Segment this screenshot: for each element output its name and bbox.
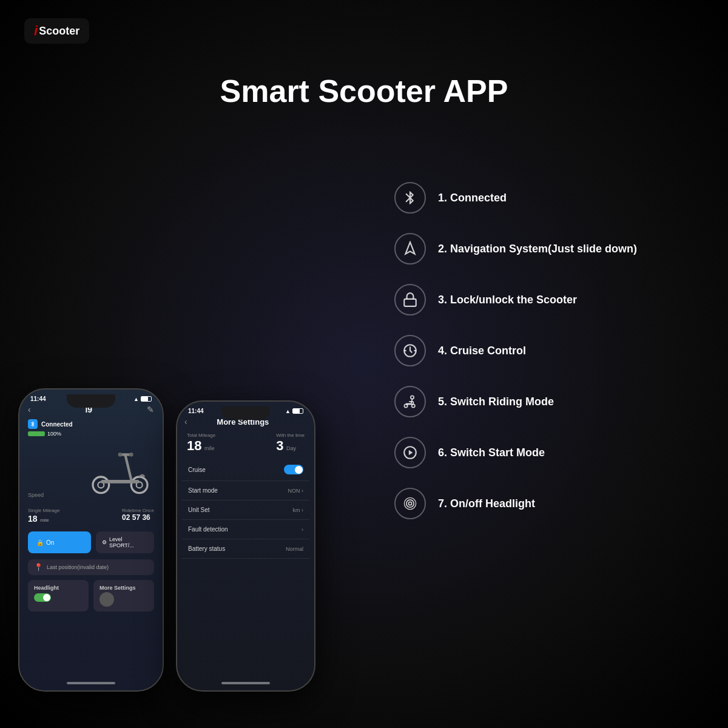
battery-row: 100% — [19, 430, 163, 437]
battery-label: Battery status — [188, 545, 225, 552]
time-mileage: With the time 3 Day — [276, 433, 305, 454]
navigation-icon — [394, 233, 426, 265]
settings-item-start-mode[interactable]: Start mode NON › — [182, 481, 309, 500]
headlight-toggle[interactable] — [34, 593, 51, 602]
feature-navigation-label: 2. Navigation System(Just slide down) — [438, 243, 637, 255]
feature-start-mode-label: 6. Switch Start Mode — [438, 447, 545, 459]
settings-item-fault[interactable]: Fault detection › — [182, 520, 309, 539]
svg-rect-4 — [101, 480, 139, 484]
mileage-number: 18 — [28, 514, 38, 524]
settings-header: ‹ More Settings — [177, 414, 314, 430]
stats-row: Single Mileage 18 mile Ridetime Once 02 … — [19, 504, 163, 528]
feature-navigation: 2. Navigation System(Just slide down) — [394, 233, 710, 265]
feature-lock: 3. Lock/unlock the Scooter — [394, 284, 710, 315]
lock-button[interactable]: 🔒 On — [28, 531, 91, 553]
svg-marker-23 — [409, 450, 413, 456]
bottom-buttons: Headlight More Settings — [19, 578, 163, 614]
headlight-label: Headlight — [34, 585, 83, 591]
bluetooth-badge — [28, 419, 38, 429]
svg-line-5 — [125, 454, 131, 480]
feature-start-mode: 6. Switch Start Mode — [394, 437, 710, 468]
action-buttons: 🔒 On ⚙ Level SPORT/... — [19, 528, 163, 557]
total-mileage-label: Total Mileage — [187, 433, 215, 438]
feature-riding: 5. Switch Riding Mode — [394, 386, 710, 417]
headlight-icon — [394, 488, 426, 519]
ride-value: 02 57 36 — [122, 513, 154, 522]
edit-icon-left[interactable]: ✎ — [147, 405, 154, 414]
svg-point-24 — [406, 500, 414, 507]
battery-value: Normal — [286, 546, 303, 552]
cruise-icon — [394, 335, 426, 366]
location-icon: 📍 — [34, 563, 43, 571]
feature-connected-label: 1. Connected — [438, 192, 507, 204]
phone-title-left: i9 — [31, 405, 147, 414]
feature-headlight: 7. On/off Headlight — [394, 488, 710, 519]
total-mileage-value: 18 — [187, 438, 201, 453]
svg-marker-9 — [405, 242, 414, 254]
back-icon-right[interactable]: ‹ — [184, 417, 187, 426]
svg-point-0 — [93, 477, 109, 493]
unit-value: km › — [293, 507, 304, 513]
lock-label: On — [46, 539, 54, 546]
start-mode-value: NON › — [288, 488, 304, 494]
total-mileage-unit: mile — [204, 445, 215, 451]
mileage-row: Total Mileage 18 mile With the time 3 Da… — [177, 430, 314, 459]
start-mode-label: Start mode — [188, 487, 218, 494]
battery-bar — [28, 431, 45, 436]
svg-point-14 — [411, 396, 414, 399]
mileage-stat: Single Mileage 18 mile — [28, 508, 59, 524]
days-value: 3 — [276, 438, 283, 453]
ride-label: Ridetime Once — [122, 508, 154, 513]
location-row: 📍 Last position(invalid date) — [28, 559, 154, 575]
feature-lock-label: 3. Lock/unlock the Scooter — [438, 294, 577, 306]
battery-percent: 100% — [47, 431, 61, 437]
cruise-toggle[interactable] — [284, 465, 303, 474]
svg-rect-10 — [404, 299, 416, 306]
status-bar-left: 11:44 ▲ — [19, 389, 163, 402]
status-icons-right: ▲ — [285, 408, 303, 414]
mode-button[interactable]: ⚙ Level SPORT/... — [96, 531, 154, 553]
scooter-icon — [90, 443, 150, 498]
phone-right: 11:44 ▲ ‹ More Settings Total Mileage 18 — [176, 400, 315, 692]
features-area: 1. Connected 2. Navigation System(Just s… — [394, 182, 710, 539]
mileage-value-display: 18 mile — [28, 513, 59, 524]
settings-item-unit[interactable]: Unit Set km › — [182, 500, 309, 520]
more-settings-button[interactable]: More Settings — [93, 580, 154, 612]
logo-text: Scooter — [39, 25, 79, 38]
connected-label: Connected — [41, 421, 73, 428]
time-right: 11:44 — [188, 408, 204, 414]
battery-fill — [29, 432, 44, 436]
lock-icon — [394, 284, 426, 315]
feature-riding-label: 5. Switch Riding Mode — [438, 396, 554, 408]
unit-label: Unit Set — [188, 507, 210, 513]
home-bar-left — [67, 682, 115, 684]
more-settings-label: More Settings — [99, 585, 148, 591]
time-left: 11:44 — [30, 396, 46, 402]
speed-label: Speed — [28, 492, 44, 498]
phones-container: 11:44 ▲ ‹ i9 ✎ — [18, 231, 382, 692]
feature-headlight-label: 7. On/off Headlight — [438, 497, 535, 510]
phone-right-screen: 11:44 ▲ ‹ More Settings Total Mileage 18 — [177, 402, 314, 690]
settings-item-battery[interactable]: Battery status Normal — [182, 539, 309, 559]
fault-value: › — [302, 527, 303, 533]
settings-item-cruise[interactable]: Cruise — [182, 459, 309, 481]
mileage-label: Single Mileage — [28, 508, 59, 513]
cruise-label: Cruise — [188, 467, 206, 473]
brand-logo: i Scooter — [24, 18, 89, 44]
status-bar-right: 11:44 ▲ — [177, 402, 314, 414]
with-time-label: With the time — [276, 433, 305, 438]
svg-point-7 — [118, 453, 123, 457]
connected-row: Connected — [19, 418, 163, 430]
mileage-unit: mile — [40, 517, 49, 523]
page-title: Smart Scooter APP — [0, 73, 728, 109]
riding-icon — [394, 386, 426, 417]
scooter-image-area: Speed — [19, 437, 163, 504]
fault-label: Fault detection — [188, 526, 228, 533]
headlight-button[interactable]: Headlight — [28, 580, 89, 612]
svg-point-25 — [408, 502, 411, 505]
feature-cruise-label: 4. Cruise Control — [438, 345, 526, 357]
phone-left-screen: 11:44 ▲ ‹ i9 ✎ — [19, 389, 163, 690]
svg-point-2 — [131, 477, 147, 493]
feature-cruise: 4. Cruise Control — [394, 335, 710, 366]
total-mileage: Total Mileage 18 mile — [187, 433, 215, 454]
